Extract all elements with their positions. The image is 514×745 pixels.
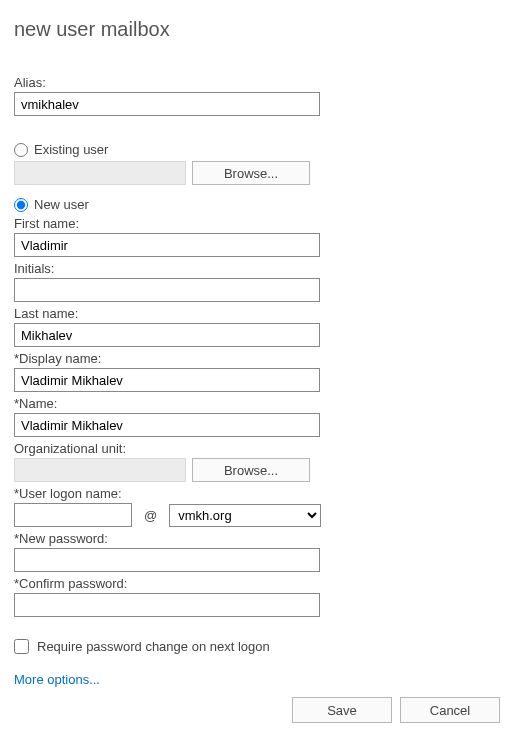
first-name-label: First name: (14, 216, 500, 231)
existing-user-radio[interactable] (14, 143, 28, 157)
org-unit-label: Organizational unit: (14, 441, 500, 456)
new-password-input[interactable] (14, 548, 320, 572)
org-unit-input (14, 458, 186, 482)
existing-user-browse-button[interactable]: Browse... (192, 161, 310, 185)
at-sign: @ (132, 508, 169, 523)
initials-label: Initials: (14, 261, 500, 276)
alias-label: Alias: (14, 75, 500, 90)
domain-select[interactable]: vmkh.org (169, 504, 321, 527)
first-name-input[interactable] (14, 233, 320, 257)
confirm-password-label: *Confirm password: (14, 576, 500, 591)
alias-input[interactable] (14, 92, 320, 116)
new-user-radio[interactable] (14, 198, 28, 212)
last-name-label: Last name: (14, 306, 500, 321)
name-label: *Name: (14, 396, 500, 411)
dialog-title: new user mailbox (14, 18, 500, 41)
display-name-input[interactable] (14, 368, 320, 392)
require-password-change-checkbox[interactable] (14, 639, 29, 654)
cancel-button[interactable]: Cancel (400, 697, 500, 723)
more-options-link[interactable]: More options... (14, 672, 100, 687)
confirm-password-input[interactable] (14, 593, 320, 617)
new-user-label: New user (34, 197, 89, 212)
name-input[interactable] (14, 413, 320, 437)
existing-user-label: Existing user (34, 142, 108, 157)
existing-user-input (14, 161, 186, 185)
require-password-change-label: Require password change on next logon (37, 639, 270, 654)
display-name-label: *Display name: (14, 351, 500, 366)
initials-input[interactable] (14, 278, 320, 302)
dialog-button-bar: Save Cancel (292, 697, 500, 723)
save-button[interactable]: Save (292, 697, 392, 723)
logon-name-input[interactable] (14, 503, 132, 527)
new-password-label: *New password: (14, 531, 500, 546)
last-name-input[interactable] (14, 323, 320, 347)
org-unit-browse-button[interactable]: Browse... (192, 458, 310, 482)
logon-name-label: *User logon name: (14, 486, 500, 501)
